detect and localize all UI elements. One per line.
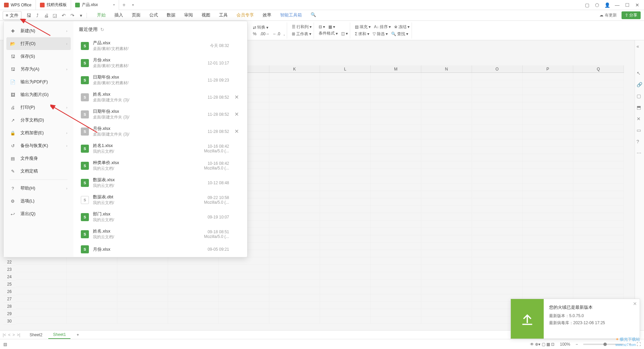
recent-file-item[interactable]: S 月份.xlsx桌面/素材/文档素材/ 12-01 10:17: [79, 54, 242, 71]
search-icon[interactable]: 🔍: [307, 10, 320, 21]
tab-document[interactable]: 产品.xlsx•: [71, 0, 119, 10]
dec-decimal-button[interactable]: ←.0: [273, 32, 280, 36]
tab-home[interactable]: 开始: [93, 10, 110, 21]
file-menu-compress[interactable]: ▤文件瘦身: [4, 152, 73, 165]
file-menu-folder[interactable]: 📂打开(O)›: [6, 37, 71, 50]
rowcol-button[interactable]: ☰ 行和列 ▾: [292, 24, 312, 30]
tab-view[interactable]: 视图: [198, 10, 214, 21]
row-header[interactable]: 23: [3, 266, 15, 273]
condformat-button[interactable]: 条件格式 ▾: [319, 31, 338, 36]
file-menu-backup[interactable]: ↺备份与恢复(K)›: [4, 139, 73, 152]
col-header[interactable]: N: [421, 65, 472, 72]
sort-button[interactable]: A↓ 排序 ▾: [374, 24, 391, 30]
sum-button[interactable]: Σ 求和 ▾: [355, 31, 369, 37]
file-menu-help[interactable]: ?帮助(H)›: [4, 182, 73, 195]
tab-tools[interactable]: 工具: [215, 10, 232, 21]
border-button[interactable]: ◫ ▾: [341, 31, 348, 36]
add-sheet-button[interactable]: +: [72, 331, 84, 339]
col-header[interactable]: Q: [573, 65, 624, 72]
tab-dropdown-icon[interactable]: ▾: [129, 3, 137, 7]
panel-icon[interactable]: ▢: [637, 93, 643, 99]
file-menu-gear[interactable]: ⚙选项(L): [4, 195, 73, 207]
update-indicator[interactable]: ☁ 有更新: [599, 12, 616, 18]
file-menu-exit[interactable]: ⮐退出(Q): [4, 207, 73, 220]
sheet-nav-last[interactable]: >|: [17, 333, 20, 337]
sheet-nav-first[interactable]: |<: [3, 333, 6, 337]
merge-button[interactable]: ⊟ ▾: [319, 24, 325, 29]
col-header[interactable]: L: [320, 65, 371, 72]
row-header[interactable]: 27: [3, 295, 15, 303]
zoom-value[interactable]: 100%: [560, 342, 570, 347]
add-tab-button[interactable]: +: [119, 2, 129, 8]
sheet-tab-sheet2[interactable]: Sheet2: [25, 331, 47, 339]
find-button[interactable]: 🔍 查找 ▾: [391, 31, 408, 37]
bookmark-icon[interactable]: ▭: [637, 128, 643, 134]
recent-file-item[interactable]: S 姓名.xlsx桌面/新建文件夹 (3)/ 11-28 08:52 ✕: [79, 89, 242, 106]
col-header[interactable]: M: [371, 65, 421, 72]
status-mode-icon[interactable]: ▤: [3, 342, 7, 347]
recent-file-item[interactable]: S 姓名.xlsx我的云文档/ 09-18 08:51Mozilla/5.0 (…: [79, 226, 242, 243]
file-menu-button[interactable]: ≡文件: [3, 11, 21, 20]
recent-file-item[interactable]: S 月份.xlsx桌面/新建文件夹 (3)/ 11-28 08:52 ✕: [79, 123, 242, 140]
tab-data[interactable]: 数据: [163, 10, 179, 21]
qat-dropdown-icon[interactable]: ▾: [78, 13, 84, 18]
col-header[interactable]: O: [472, 65, 523, 72]
tab-smart-toolbox[interactable]: 智能工具箱: [276, 10, 306, 21]
row-header[interactable]: 28: [3, 303, 15, 310]
file-menu-print[interactable]: 🖨打印(P)›: [4, 101, 73, 114]
saveas-qat-icon[interactable]: ⤴: [35, 13, 40, 18]
tab-review[interactable]: 审阅: [180, 10, 197, 21]
recent-file-item[interactable]: S 种类单价.xlsx我的云文档/ 10-16 08:42Mozilla/5.0…: [79, 157, 242, 174]
appwin-icon[interactable]: ▢: [582, 1, 592, 9]
tab-formula[interactable]: 公式: [145, 10, 162, 21]
sheet-nav-next[interactable]: >: [12, 333, 15, 337]
row-header[interactable]: 22: [3, 258, 15, 266]
recent-file-item[interactable]: S 数据表.dbt我的云文档/ 09-22 10:58Mozilla/5.0 (…: [79, 191, 242, 208]
style-icon[interactable]: ⬒: [637, 105, 643, 111]
toast-close-button[interactable]: ✕: [633, 301, 637, 306]
undo-icon[interactable]: ↶: [61, 13, 66, 18]
share-button[interactable]: ⇪ 分享: [622, 11, 641, 19]
tab-page[interactable]: 页面: [128, 10, 145, 21]
inc-decimal-button[interactable]: .00→: [260, 32, 270, 36]
zoom-out-button[interactable]: −: [576, 342, 578, 347]
print-icon[interactable]: 🖨: [44, 13, 49, 18]
col-header[interactable]: K: [269, 65, 320, 72]
minimize-button[interactable]: —: [612, 1, 622, 9]
cellstyle-button[interactable]: ▦ ▾: [328, 24, 335, 29]
recent-file-item[interactable]: S 部门.xlsx我的云文档/ 09-19 10:07: [79, 208, 242, 226]
recent-file-item[interactable]: S 产品.xlsx桌面/素材/文档素材/ 今天 08:32: [79, 37, 242, 54]
tab-templates[interactable]: 找稻壳模板: [36, 0, 71, 10]
redo-icon[interactable]: ↷: [70, 13, 75, 18]
row-header[interactable]: 29: [3, 310, 15, 317]
row-header[interactable]: 25: [3, 281, 15, 288]
tools-icon[interactable]: ✕: [637, 116, 643, 122]
select-icon[interactable]: ↖: [637, 70, 643, 77]
file-menu-pdf[interactable]: 📄输出为PDF(F): [4, 76, 73, 88]
close-window-button[interactable]: ✕: [633, 1, 642, 9]
sheet-nav-prev[interactable]: <: [8, 333, 10, 337]
row-header[interactable]: 24: [3, 273, 15, 281]
help-sidebar-icon[interactable]: ?: [637, 139, 643, 145]
cube-icon[interactable]: ⬡: [592, 1, 602, 9]
file-menu-share[interactable]: ↗分享文档(D): [4, 114, 73, 127]
tab-wps-home[interactable]: WPS Office: [0, 0, 36, 10]
more-icon[interactable]: ⋯: [637, 150, 643, 156]
recent-file-item[interactable]: S 日期年份.xlsx桌面/素材/文档素材/ 11-28 09:23: [79, 71, 242, 89]
sheet-tab-sheet1[interactable]: Sheet1: [48, 331, 70, 339]
maximize-button[interactable]: ☐: [623, 1, 632, 9]
freeze-button[interactable]: ※ 冻结 ▾: [394, 24, 410, 30]
avatar-icon[interactable]: 👤: [602, 1, 612, 9]
filter-button[interactable]: ▽ 筛选 ▾: [373, 31, 388, 37]
file-menu-saveas[interactable]: 🖫另存为(A)›: [4, 63, 73, 76]
recent-file-item[interactable]: S 数据表.xlsx我的云文档/ 10-12 08:48: [79, 174, 242, 191]
convert-button[interactable]: ⇄ 转换 ▾: [253, 24, 268, 30]
row-header[interactable]: 30: [3, 317, 15, 325]
file-menu-plus[interactable]: ✚新建(N)›: [4, 24, 73, 37]
file-menu-final[interactable]: ✎文档定稿: [4, 165, 73, 178]
file-menu-image[interactable]: 🖼输出为图片(G): [4, 88, 73, 101]
tab-efficiency[interactable]: 效率: [259, 10, 275, 21]
refresh-icon[interactable]: ↻: [100, 27, 104, 32]
file-menu-lock[interactable]: 🔒文档加密(E)›: [4, 127, 73, 139]
fill-button[interactable]: ▤ 填充 ▾: [355, 24, 371, 30]
